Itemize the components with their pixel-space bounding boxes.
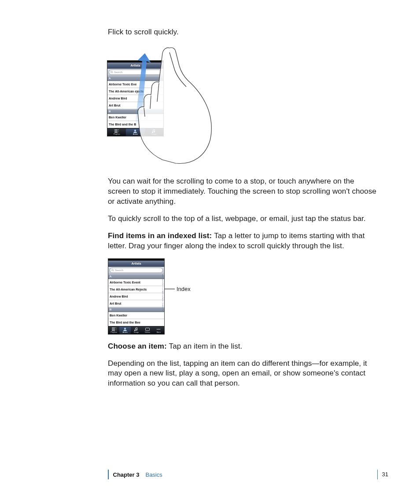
nav-bar-title: Artists bbox=[108, 261, 164, 267]
search-field[interactable]: Search bbox=[109, 70, 162, 75]
lead-choose-item: Choose an item: bbox=[108, 342, 169, 350]
svg-point-7 bbox=[157, 329, 158, 330]
tab-artists[interactable]: Artists bbox=[119, 327, 130, 334]
section-header: A bbox=[108, 274, 164, 279]
svg-line-4 bbox=[113, 270, 114, 271]
callout-label: Index bbox=[177, 286, 191, 292]
list-item[interactable]: Art Brut bbox=[107, 102, 163, 109]
list-item[interactable]: Ben Kweller bbox=[108, 312, 164, 319]
svg-point-9 bbox=[159, 329, 160, 330]
svg-point-3 bbox=[112, 269, 114, 271]
search-field[interactable]: Search bbox=[110, 268, 163, 273]
svg-point-5 bbox=[124, 327, 126, 329]
page-footer: Chapter 3 Basics 31 bbox=[108, 470, 388, 479]
tab-playlists[interactable]: Playlists bbox=[107, 129, 126, 136]
search-icon bbox=[111, 71, 113, 74]
svg-rect-6 bbox=[145, 328, 149, 331]
playlists-icon bbox=[108, 327, 119, 331]
list-item[interactable]: The Bird and the B bbox=[107, 121, 163, 128]
list-item[interactable]: Airborne Toxic Eve bbox=[107, 81, 163, 88]
tab-bar: PlaylistsArtistsSongsVideosMore bbox=[108, 326, 164, 334]
search-placeholder: Search bbox=[115, 269, 123, 272]
lead-find-items: Find items in an indexed list: bbox=[108, 232, 214, 240]
figure-index: Artists Search AAirborne Toxic EventThe … bbox=[108, 258, 378, 335]
search-icon bbox=[111, 269, 114, 272]
artists-icon bbox=[119, 327, 130, 331]
index-bar[interactable]: ABCDEFGHIJKLMNOPQRSTUVWXYZ# bbox=[162, 274, 164, 326]
tab-more[interactable]: More bbox=[153, 327, 164, 334]
page: Flick to scroll quickly. Artists Search … bbox=[0, 0, 420, 504]
footer-page-number: 31 bbox=[377, 470, 388, 479]
paragraph-tap-statusbar: To quickly scroll to the top of a list, … bbox=[108, 214, 378, 224]
nav-bar-title: Artists bbox=[107, 63, 163, 69]
footer-rule bbox=[108, 470, 109, 479]
list-item[interactable]: The All-American Rejects bbox=[108, 286, 164, 293]
svg-point-0 bbox=[111, 71, 113, 73]
svg-line-1 bbox=[112, 73, 113, 74]
phone-mockup-1: Artists Search AAirborne Toxic EveThe Al… bbox=[107, 60, 164, 136]
footer-chapter-name: Basics bbox=[145, 471, 162, 478]
paragraph-choose-item: Choose an item: Tap an item in the list. bbox=[108, 342, 378, 352]
tab-videos[interactable]: Videos bbox=[142, 327, 153, 334]
list-item[interactable]: Airborne Toxic Event bbox=[108, 279, 164, 286]
svg-point-8 bbox=[158, 329, 159, 330]
callout-line bbox=[164, 289, 175, 289]
playlists-icon bbox=[107, 129, 126, 133]
more-icon bbox=[153, 327, 164, 331]
paragraph-indexed-list: Find items in an indexed list: Tap a let… bbox=[108, 231, 378, 251]
svg-point-2 bbox=[134, 129, 136, 131]
videos-icon bbox=[142, 327, 153, 331]
phone-mockup-2: Artists Search AAirborne Toxic EventThe … bbox=[108, 258, 165, 335]
tab-artists[interactable]: Artists bbox=[126, 129, 144, 136]
section-header: B bbox=[107, 109, 163, 114]
artists-icon bbox=[126, 129, 144, 133]
list-item[interactable]: The All-American ejects bbox=[107, 88, 163, 95]
figure-flick: Artists Search AAirborne Toxic EveThe Al… bbox=[107, 44, 239, 168]
footer-chapter-label: Chapter 3 bbox=[113, 471, 140, 478]
songs-icon bbox=[131, 327, 142, 331]
tab-playlists[interactable]: Playlists bbox=[108, 327, 119, 334]
tab-songs[interactable]: Songs bbox=[145, 129, 163, 136]
list-item[interactable]: Andrew Bird bbox=[108, 293, 164, 300]
rest-choose-item: Tap an item in the list. bbox=[169, 342, 243, 350]
songs-icon bbox=[145, 129, 163, 133]
list: AAirborne Toxic EventThe All-American Re… bbox=[108, 274, 164, 326]
list-item[interactable]: Art Brut bbox=[108, 300, 164, 307]
section-header: B bbox=[108, 307, 164, 312]
paragraph-flick: Flick to scroll quickly. bbox=[108, 27, 378, 37]
paragraph-depending: Depending on the list, tapping an item c… bbox=[108, 359, 378, 389]
tab-songs[interactable]: Songs bbox=[131, 327, 142, 334]
list: AAirborne Toxic EveThe All-American ejec… bbox=[107, 76, 163, 128]
section-header: A bbox=[107, 76, 163, 81]
list-item[interactable]: Ben Kweller bbox=[107, 114, 163, 121]
search-bar: Search bbox=[108, 267, 164, 274]
search-bar: Search bbox=[107, 69, 163, 76]
tab-bar: PlaylistsArtistsSongs bbox=[107, 128, 163, 136]
list-item[interactable]: The Bird and the Bee bbox=[108, 319, 164, 326]
search-placeholder: Search bbox=[114, 71, 122, 74]
list-item[interactable]: Andrew Bird bbox=[107, 95, 163, 102]
paragraph-wait-stop: You can wait for the scrolling to come t… bbox=[108, 177, 378, 207]
callout-index: Index bbox=[164, 286, 191, 292]
